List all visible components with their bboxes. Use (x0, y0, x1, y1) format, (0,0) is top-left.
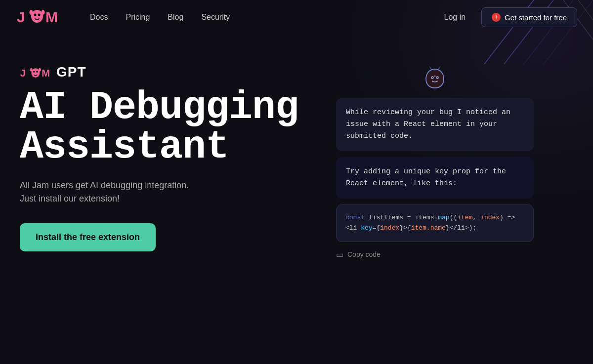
svg-point-8 (34, 14, 37, 16)
svg-point-16 (36, 71, 38, 73)
code-param-item: item (457, 214, 472, 221)
code-attr-key: key (361, 224, 372, 232)
navbar: J M Docs Pricing Blog Security Log in ! … (0, 0, 593, 35)
svg-point-9 (38, 14, 41, 16)
copy-code-button[interactable]: ▭ Copy code (336, 248, 381, 261)
logo-svg: J M (16, 5, 60, 25)
code-block: const listItems = items.map((item, index… (336, 204, 534, 242)
hero-left: J M GPT AI Debugging Assistant All Jam u… (20, 64, 316, 261)
code-end: }</li>); (446, 224, 476, 232)
code-var: listItems = items. (369, 214, 438, 221)
chat-bubble-2: Try adding a unique key prop for the Rea… (336, 157, 534, 199)
logo-text: J M (16, 5, 60, 29)
logo[interactable]: J M (16, 5, 60, 29)
code-item-name: item.name (411, 224, 446, 232)
gpt-label: GPT (56, 64, 86, 80)
svg-text:M: M (45, 9, 59, 25)
svg-point-22 (434, 76, 436, 77)
code-equals: ={ (373, 224, 381, 232)
login-button[interactable]: Log in (436, 9, 474, 26)
get-started-button[interactable]: ! Get started for free (481, 7, 577, 27)
code-keyword-const: const (345, 214, 369, 221)
hero-right: While reviewing your bug I noticed an is… (336, 64, 534, 261)
code-curly-close: }>{ (399, 224, 411, 232)
svg-point-17 (30, 68, 33, 72)
svg-point-10 (30, 10, 33, 15)
hero-section: J M GPT AI Debugging Assistant All Jam u… (0, 35, 593, 261)
svg-text:M: M (42, 68, 50, 79)
nav-links: Docs Pricing Blog Security (90, 13, 417, 22)
copy-label: Copy code (347, 250, 381, 258)
nav-docs[interactable]: Docs (90, 13, 108, 22)
hero-title: AI Debugging Assistant (20, 88, 316, 167)
hero-subtitle: All Jam users get AI debugging integrati… (20, 179, 316, 205)
code-method-map: map (438, 214, 449, 221)
nav-actions: Log in ! Get started for free (436, 7, 577, 27)
install-button[interactable]: Install the free extension (20, 223, 156, 251)
nav-blog[interactable]: Blog (168, 13, 183, 22)
hero-logo-small: J M (20, 65, 54, 80)
chat-bubble-1: While reviewing your bug I noticed an is… (336, 98, 534, 151)
svg-point-11 (42, 10, 45, 15)
copy-icon: ▭ (336, 250, 343, 259)
code-index-val: index (380, 224, 399, 232)
code-paren-open: (( (450, 214, 458, 221)
strawberry-icon (422, 64, 448, 92)
svg-point-14 (31, 68, 40, 78)
code-param-index: index (480, 214, 500, 221)
svg-point-18 (39, 68, 41, 72)
svg-point-15 (33, 71, 35, 73)
svg-text:J: J (20, 68, 26, 79)
nav-security[interactable]: Security (201, 13, 230, 22)
nav-pricing[interactable]: Pricing (126, 13, 150, 22)
code-comma: , (472, 214, 480, 221)
hero-brand: J M GPT (20, 64, 316, 80)
alert-icon: ! (492, 13, 501, 22)
svg-text:J: J (17, 9, 26, 25)
svg-point-7 (31, 10, 43, 23)
